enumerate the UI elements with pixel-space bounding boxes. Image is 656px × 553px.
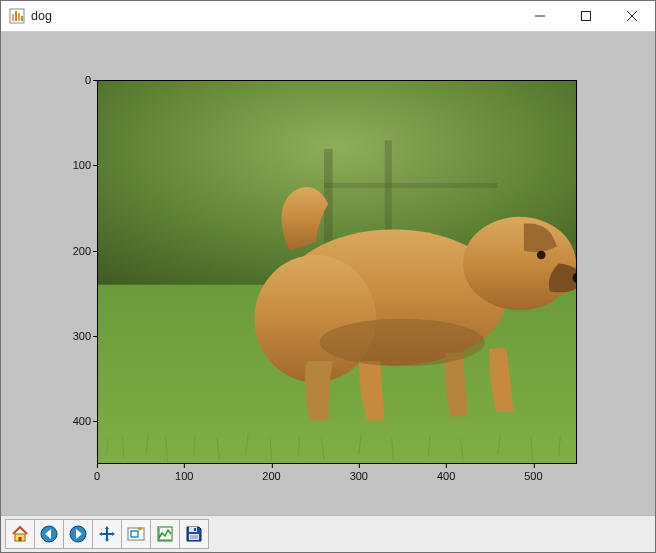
plot-area: 01002003004000100200300400500 (17, 40, 639, 507)
y-tick-label: 100 (51, 159, 91, 171)
x-tick-label: 0 (94, 470, 100, 482)
y-tick-label: 0 (51, 74, 91, 86)
x-tick-label: 300 (350, 470, 368, 482)
y-tick-label: 200 (51, 245, 91, 257)
save-button[interactable] (179, 519, 209, 549)
close-button[interactable] (609, 1, 655, 31)
image-axes (97, 80, 577, 464)
minimize-button[interactable] (517, 1, 563, 31)
app-window: dog (0, 0, 656, 553)
x-tick-label: 400 (437, 470, 455, 482)
zoom-button[interactable] (121, 519, 151, 549)
titlebar[interactable]: dog (1, 1, 655, 32)
pan-button[interactable] (92, 519, 122, 549)
window-title: dog (31, 9, 52, 23)
forward-button[interactable] (63, 519, 93, 549)
x-tick-label: 200 (262, 470, 280, 482)
svg-rect-2 (582, 12, 591, 21)
svg-point-31 (537, 251, 546, 259)
svg-point-32 (320, 319, 485, 367)
maximize-button[interactable] (563, 1, 609, 31)
y-tick-label: 400 (51, 415, 91, 427)
nav-toolbar (1, 515, 655, 552)
home-button[interactable] (5, 519, 35, 549)
svg-rect-46 (189, 534, 199, 540)
x-tick-label: 100 (175, 470, 193, 482)
svg-point-29 (463, 217, 576, 310)
figure-canvas[interactable]: 01002003004000100200300400500 (1, 32, 655, 515)
svg-rect-45 (194, 528, 196, 531)
svg-rect-26 (324, 183, 498, 188)
app-icon (9, 8, 25, 24)
configure-subplots-button[interactable] (150, 519, 180, 549)
svg-rect-34 (19, 537, 22, 541)
x-tick-label: 500 (524, 470, 542, 482)
svg-rect-41 (158, 527, 172, 541)
displayed-image (98, 81, 576, 463)
back-button[interactable] (34, 519, 64, 549)
y-tick-label: 300 (51, 330, 91, 342)
